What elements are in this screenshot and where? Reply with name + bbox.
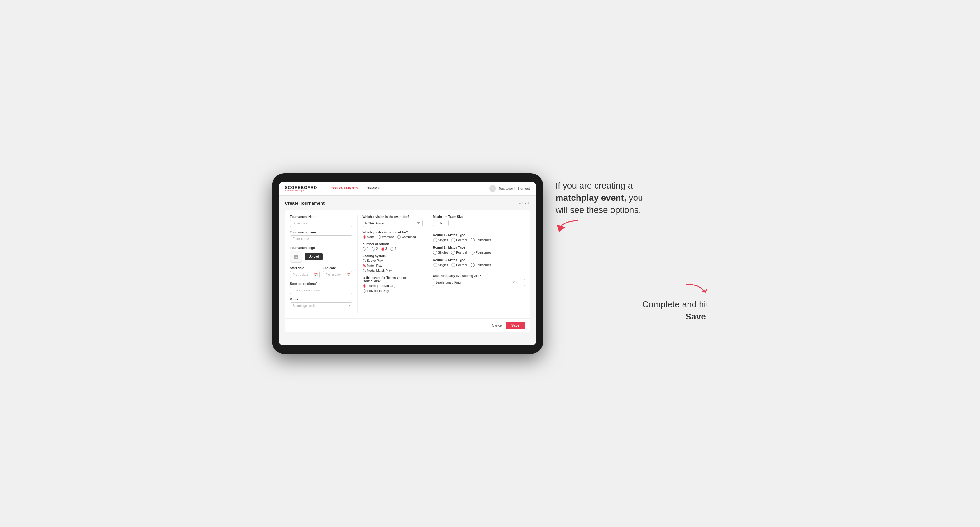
gender-radio-group: Mens Womens Combined	[363, 235, 423, 239]
teams-plus-individuals[interactable]: Teams (+Individuals)	[363, 284, 396, 288]
date-row: Start date 📅 End date	[290, 267, 352, 278]
annotation-top-text: If you are creating a matchplay event, y…	[556, 181, 643, 215]
gender-combined[interactable]: Combined	[397, 235, 416, 239]
division-label: Which division is the event for?	[363, 215, 423, 219]
round3-fourball[interactable]: Fourball	[451, 263, 468, 267]
round2-radio-group: Singles Fourball Foursomes	[433, 251, 525, 255]
logo-upload-area: Upload	[290, 251, 352, 263]
gender-womens[interactable]: Womens	[378, 235, 394, 239]
rounds-2[interactable]: 2	[372, 247, 378, 251]
start-date-wrap: 📅	[290, 271, 320, 278]
cancel-button[interactable]: Cancel	[492, 322, 503, 329]
scoring-match-play[interactable]: Match Play	[363, 264, 382, 267]
calendar-icon-end: 📅	[347, 273, 350, 276]
annotation-bottom-text: Complete and hit Save.	[642, 300, 708, 321]
form-footer: Cancel Save	[285, 318, 530, 332]
arrow-bottom-area	[556, 283, 708, 295]
annotation-area: If you are creating a matchplay event, y…	[556, 173, 708, 329]
max-team-size-label: Maximum Team Size	[433, 215, 525, 219]
round2-fourball[interactable]: Fourball	[451, 251, 468, 255]
gender-group: Which gender is the event for? Mens Wome…	[363, 231, 423, 239]
scoring-stroke-play[interactable]: Stroke Play	[363, 259, 383, 262]
upload-button[interactable]: Upload	[305, 253, 323, 260]
sign-out-link[interactable]: Sign out	[517, 187, 530, 190]
form-card: Tournament Host Tournament name Tourname…	[285, 210, 530, 332]
user-name: Test User |	[499, 187, 515, 190]
scoring-label: Scoring system	[363, 254, 423, 258]
annotation-bottom: Complete and hit Save.	[556, 283, 708, 322]
tablet-frame: SCOREBOARD Powered by clippit TOURNAMENT…	[272, 173, 543, 354]
rounds-label: Number of rounds	[363, 243, 423, 246]
scoring-group: Scoring system Stroke Play Match Play	[363, 254, 423, 272]
round2-singles[interactable]: Singles	[433, 251, 449, 255]
end-date-label: End date	[323, 267, 352, 270]
division-group: Which division is the event for? NCAA Di…	[363, 215, 423, 227]
round3-foursomes[interactable]: Foursomes	[471, 263, 491, 267]
venue-group: Venue ▾	[290, 298, 352, 310]
round1-radio-group: Singles Fourball Foursomes	[433, 238, 525, 242]
api-value: Leaderboard King	[436, 281, 461, 284]
tournament-host-input[interactable]	[290, 220, 352, 227]
scoring-medal-match-play[interactable]: Medal Match Play	[363, 269, 391, 272]
teams-individuals-only[interactable]: Individuals Only	[363, 289, 389, 293]
api-group: Use third-party live scoring API? Leader…	[433, 274, 525, 286]
round2-label: Round 2 - Match Type	[433, 246, 525, 249]
page-header: Create Tournament ← Back	[285, 201, 530, 206]
calendar-icon: 📅	[314, 273, 318, 276]
round2-foursomes[interactable]: Foursomes	[471, 251, 491, 255]
max-team-size-input[interactable]	[433, 220, 449, 226]
gender-label: Which gender is the event for?	[363, 231, 423, 234]
round1-group: Round 1 - Match Type Singles Fourball	[433, 233, 525, 242]
start-date-group: Start date 📅	[290, 267, 320, 278]
nav-tabs: TOURNAMENTS TEAMS	[326, 182, 384, 195]
round1-singles[interactable]: Singles	[433, 238, 449, 242]
max-team-size-group: Maximum Team Size	[433, 215, 525, 226]
gender-mens[interactable]: Mens	[363, 235, 374, 239]
tournament-host-group: Tournament Host	[290, 215, 352, 227]
page-title: Create Tournament	[285, 201, 325, 206]
rounds-1[interactable]: 1	[363, 247, 369, 251]
venue-input[interactable]	[290, 302, 352, 310]
tab-teams[interactable]: TEAMS	[363, 182, 384, 195]
form-body: Tournament Host Tournament name Tourname…	[285, 210, 530, 318]
logo-title: SCOREBOARD	[285, 186, 317, 189]
nav-right: Test User | Sign out	[489, 185, 530, 192]
sponsor-input[interactable]	[290, 287, 352, 294]
round1-foursomes[interactable]: Foursomes	[471, 238, 491, 242]
tournament-name-label: Tournament name	[290, 231, 352, 234]
tournament-logo-group: Tournament logo Upload	[290, 246, 352, 263]
start-date-label: Start date	[290, 267, 320, 270]
nav-bar: SCOREBOARD Powered by clippit TOURNAMENT…	[279, 182, 536, 196]
end-date-wrap: 📅	[323, 271, 352, 278]
rounds-4[interactable]: 4	[390, 247, 396, 251]
rounds-3[interactable]: 3	[381, 247, 387, 251]
middle-column: Which division is the event for? NCAA Di…	[357, 215, 423, 313]
save-button[interactable]: Save	[506, 322, 525, 329]
back-button[interactable]: ← Back	[518, 201, 530, 205]
round1-fourball[interactable]: Fourball	[451, 238, 468, 242]
image-icon	[293, 254, 299, 260]
api-select[interactable]: Leaderboard King ✕ ›	[433, 279, 525, 286]
left-column: Tournament Host Tournament name Tourname…	[290, 215, 352, 313]
arrow-top-icon	[556, 219, 581, 232]
outer-wrapper: SCOREBOARD Powered by clippit TOURNAMENT…	[272, 173, 708, 354]
round1-label: Round 1 - Match Type	[433, 233, 525, 237]
rounds-radio-group: 1 2 3	[363, 247, 423, 251]
round3-singles[interactable]: Singles	[433, 263, 449, 267]
round3-radio-group: Singles Fourball Foursomes	[433, 263, 525, 267]
teams-group: Is this event for Teams and/or Individua…	[363, 276, 423, 293]
teams-radio-group: Teams (+Individuals) Individuals Only	[363, 284, 423, 293]
round3-group: Round 3 - Match Type Singles Fourball	[433, 258, 525, 267]
avatar	[489, 185, 496, 192]
division-select[interactable]: NCAA Division I	[363, 220, 423, 227]
main-content: Create Tournament ← Back Tournament Host	[279, 196, 536, 345]
tournament-name-group: Tournament name	[290, 231, 352, 243]
right-column: Maximum Team Size Round 1 - Match Type S…	[428, 215, 525, 313]
venue-label: Venue	[290, 298, 352, 301]
tournament-name-input[interactable]	[290, 235, 352, 243]
logo-sub: Powered by clippit	[285, 189, 317, 192]
tab-tournaments[interactable]: TOURNAMENTS	[326, 182, 363, 195]
annotation-top: If you are creating a matchplay event, y…	[556, 179, 708, 232]
teams-label: Is this event for Teams and/or Individua…	[363, 276, 423, 283]
api-close-icon[interactable]: ✕ ›	[512, 281, 517, 284]
